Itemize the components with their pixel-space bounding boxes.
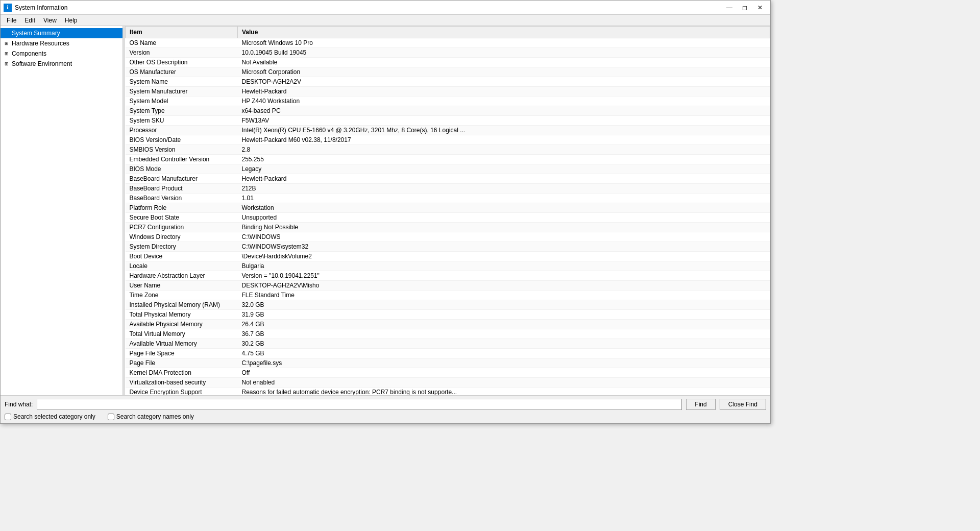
table-cell-item: Kernel DMA Protection [126, 368, 238, 378]
table-row: Available Virtual Memory30.2 GB [126, 339, 770, 349]
window-controls: — ◻ ✕ [722, 3, 767, 13]
find-input[interactable] [37, 399, 682, 410]
sidebar-item-hardware-resources[interactable]: ⊞ Hardware Resources [1, 38, 122, 49]
table-cell-value: C:\pagefile.sys [238, 358, 770, 368]
minimize-button[interactable]: — [722, 3, 737, 13]
table-row: System ModelHP Z440 Workstation [126, 96, 770, 106]
table-cell-value: Binding Not Possible [238, 223, 770, 232]
table-row: Version10.0.19045 Build 19045 [126, 48, 770, 58]
table-cell-item: Locale [126, 261, 238, 271]
menu-view[interactable]: View [39, 16, 61, 25]
table-cell-item: Windows Directory [126, 232, 238, 242]
table-header-row: Item Value [126, 27, 770, 38]
table-cell-value: Microsoft Corporation [238, 67, 770, 77]
table-row: System SKUF5W13AV [126, 116, 770, 126]
close-find-button[interactable]: Close Find [720, 399, 766, 410]
restore-button[interactable]: ◻ [738, 3, 752, 13]
table-cell-value: Hewlett-Packard M60 v02.38, 11/8/2017 [238, 135, 770, 145]
table-cell-item: System Model [126, 96, 238, 106]
table-cell-item: Total Virtual Memory [126, 329, 238, 339]
table-row: SMBIOS Version2.8 [126, 145, 770, 155]
close-button[interactable]: ✕ [753, 3, 767, 13]
table-cell-value: Intel(R) Xeon(R) CPU E5-1660 v4 @ 3.20GH… [238, 126, 770, 135]
check-label-2: Search category names only [116, 413, 194, 420]
table-row: System NameDESKTOP-AGH2A2V [126, 77, 770, 87]
table-row: Embedded Controller Version255.255 [126, 155, 770, 164]
table-row: User NameDESKTOP-AGH2A2V\Misho [126, 281, 770, 291]
checkbox-selected-category[interactable] [5, 414, 11, 420]
table-cell-value: 10.0.19045 Build 19045 [238, 48, 770, 58]
table-cell-item: System Name [126, 77, 238, 87]
table-cell-item: Embedded Controller Version [126, 155, 238, 164]
menu-file[interactable]: File [3, 16, 20, 25]
table-cell-item: Hardware Abstraction Layer [126, 271, 238, 281]
table-cell-value: Hewlett-Packard [238, 87, 770, 96]
table-row: Virtualization-based securityNot enabled [126, 378, 770, 388]
sidebar-item-components[interactable]: ⊞ Components [1, 49, 122, 59]
table-row: Platform RoleWorkstation [126, 203, 770, 213]
sidebar-label-system-summary: System Summary [12, 30, 60, 37]
table-row: BIOS ModeLegacy [126, 164, 770, 174]
table-row: ProcessorIntel(R) Xeon(R) CPU E5-1660 v4… [126, 126, 770, 135]
sidebar: System Summary ⊞ Hardware Resources ⊞ Co… [1, 26, 123, 395]
table-cell-value: Reasons for failed automatic device encr… [238, 388, 770, 396]
table-cell-value: Not Available [238, 58, 770, 67]
table-cell-item: Platform Role [126, 203, 238, 213]
table-cell-value: 4.75 GB [238, 349, 770, 358]
table-cell-value: F5W13AV [238, 116, 770, 126]
table-cell-value: 255.255 [238, 155, 770, 164]
table-cell-value: 30.2 GB [238, 339, 770, 349]
checkbox-category-names[interactable] [108, 414, 114, 420]
table-cell-value: x64-based PC [238, 106, 770, 116]
table-cell-value: \Device\HarddiskVolume2 [238, 252, 770, 261]
menu-bar: File Edit View Help [1, 15, 770, 26]
table-cell-item: Processor [126, 126, 238, 135]
expander-icon-components: ⊞ [4, 51, 10, 56]
table-cell-value: HP Z440 Workstation [238, 96, 770, 106]
table-row: Total Virtual Memory36.7 GB [126, 329, 770, 339]
table-row: OS NameMicrosoft Windows 10 Pro [126, 38, 770, 48]
table-cell-item: Other OS Description [126, 58, 238, 67]
table-cell-item: Time Zone [126, 291, 238, 300]
window-title: System Information [15, 4, 67, 11]
table-cell-value: 32.0 GB [238, 300, 770, 310]
table-row: Boot Device\Device\HarddiskVolume2 [126, 252, 770, 261]
table-row: System Typex64-based PC [126, 106, 770, 116]
table-cell-value: 212B [238, 184, 770, 194]
table-cell-value: DESKTOP-AGH2A2V\Misho [238, 281, 770, 291]
table-body: OS NameMicrosoft Windows 10 ProVersion10… [126, 38, 770, 396]
table-cell-value: 31.9 GB [238, 310, 770, 320]
table-cell-item: Secure Boot State [126, 213, 238, 223]
table-cell-item: BIOS Version/Date [126, 135, 238, 145]
table-row: BIOS Version/DateHewlett-Packard M60 v02… [126, 135, 770, 145]
content-panel: Item Value OS NameMicrosoft Windows 10 P… [125, 26, 770, 395]
table-row: Page FileC:\pagefile.sys [126, 358, 770, 368]
table-row: Hardware Abstraction LayerVersion = "10.… [126, 271, 770, 281]
app-icon: ℹ [4, 4, 12, 12]
menu-edit[interactable]: Edit [20, 16, 39, 25]
table-row: Windows DirectoryC:\WINDOWS [126, 232, 770, 242]
table-cell-item: OS Name [126, 38, 238, 48]
find-button[interactable]: Find [686, 399, 715, 410]
table-cell-item: Device Encryption Support [126, 388, 238, 396]
menu-help[interactable]: Help [61, 16, 82, 25]
table-cell-value: Unsupported [238, 213, 770, 223]
find-label: Find what: [5, 401, 33, 408]
table-row: Other OS DescriptionNot Available [126, 58, 770, 67]
main-content: System Summary ⊞ Hardware Resources ⊞ Co… [1, 26, 770, 395]
table-cell-value: 26.4 GB [238, 320, 770, 329]
table-cell-value: DESKTOP-AGH2A2V [238, 77, 770, 87]
sidebar-item-system-summary[interactable]: System Summary [1, 28, 122, 38]
table-row: Installed Physical Memory (RAM)32.0 GB [126, 300, 770, 310]
table-row: BaseBoard Version1.01 [126, 194, 770, 203]
sidebar-item-software-environment[interactable]: ⊞ Software Environment [1, 59, 122, 69]
table-cell-value: Workstation [238, 203, 770, 213]
table-row: BaseBoard Product212B [126, 184, 770, 194]
check-row: Search selected category only Search cat… [5, 413, 766, 420]
table-cell-item: Available Virtual Memory [126, 339, 238, 349]
table-row: Time ZoneFLE Standard Time [126, 291, 770, 300]
table-cell-value: Not enabled [238, 378, 770, 388]
table-cell-item: System SKU [126, 116, 238, 126]
table-cell-item: BaseBoard Manufacturer [126, 174, 238, 184]
table-cell-item: Page File [126, 358, 238, 368]
